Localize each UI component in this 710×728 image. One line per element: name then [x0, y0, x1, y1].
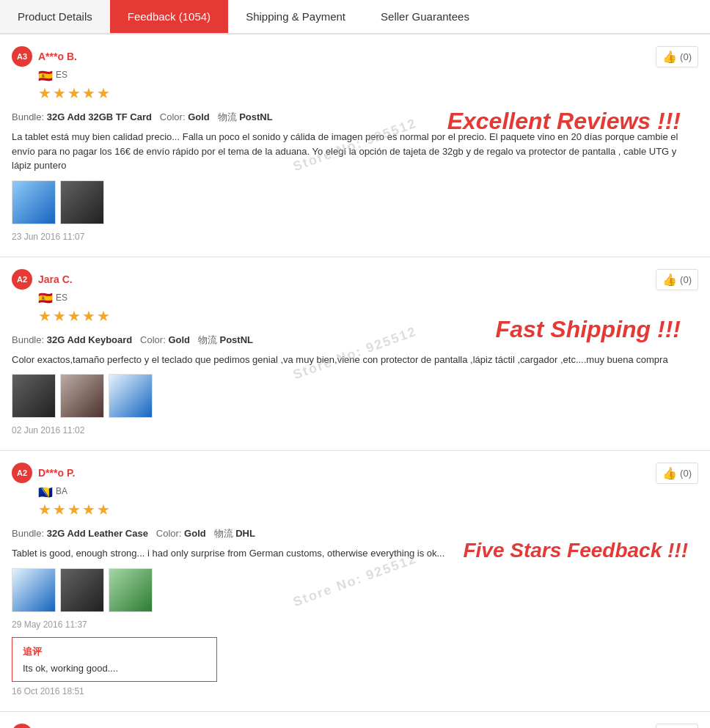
star-3: ★ — [67, 307, 81, 325]
flag-country: 🇪🇸 ES — [38, 70, 110, 80]
review-images — [12, 180, 698, 224]
star-4: ★ — [82, 307, 95, 325]
review-date: 29 May 2016 11:37 — [12, 619, 698, 630]
star-3: ★ — [67, 501, 81, 518]
flag-country: 🇧🇦 BA — [38, 486, 110, 496]
star-2: ★ — [53, 501, 66, 518]
thumbs-up-icon: 👍 — [662, 50, 677, 64]
like-button[interactable]: 👍 (0) — [656, 46, 698, 67]
star-5: ★ — [97, 501, 110, 518]
like-count: (0) — [680, 51, 692, 62]
flag-icon: 🇪🇸 — [38, 293, 53, 302]
tab-bar: Product Details Feedback (1054) Shipping… — [0, 0, 710, 34]
review-header: A2 Sophana H. 🇫🇷 FR ★ ★ ★ ★ ★ — [12, 724, 698, 729]
tab-product-details[interactable]: Product Details — [0, 0, 110, 33]
like-button[interactable]: 👍 (0) — [656, 269, 698, 290]
like-count: (0) — [680, 468, 692, 479]
review-item: Store No: 925512 A2 Jara C. 🇪🇸 ES ★ ★ ★ — [0, 257, 710, 452]
star-rating: ★ ★ ★ ★ ★ — [38, 501, 110, 518]
reviews-section: Store No: 925512 A3 A***o B. 🇪🇸 ES ★ ★ ★ — [0, 34, 710, 728]
followup-label: 追评 — [23, 645, 206, 658]
reviewer-name-row: A2 Jara C. — [12, 269, 110, 290]
thumbs-up-icon: 👍 — [662, 466, 677, 480]
review-image[interactable] — [12, 568, 56, 612]
avatar: A2 — [12, 724, 32, 729]
reviewer-name-row: A2 Sophana H. — [12, 724, 110, 729]
tab-feedback[interactable]: Feedback (1054) — [110, 0, 228, 33]
review-text: Color exactos,tamaño perfecto y el tecla… — [12, 353, 698, 367]
reviewer-info: A2 Jara C. 🇪🇸 ES ★ ★ ★ ★ ★ — [12, 269, 110, 329]
avatar: A2 — [12, 269, 32, 290]
country-code: ES — [56, 70, 67, 80]
reviewer-name: Jara C. — [38, 273, 73, 285]
review-header: A2 Jara C. 🇪🇸 ES ★ ★ ★ ★ ★ — [12, 269, 698, 329]
followup-date: 16 Oct 2016 18:51 — [12, 686, 698, 696]
star-5: ★ — [97, 307, 110, 325]
like-count: (0) — [680, 274, 692, 285]
star-1: ★ — [38, 501, 51, 518]
review-item: Store No: 925512 A2 Sophana H. 🇫🇷 FR ★ ★… — [0, 712, 710, 729]
review-date: 23 Jun 2016 11:07 — [12, 232, 698, 242]
review-images — [12, 568, 698, 612]
review-image[interactable] — [109, 374, 153, 418]
followup-text: Its ok, working good.... — [23, 663, 206, 674]
reviewer-name: A***o B. — [38, 51, 77, 62]
flag-icon: 🇪🇸 — [38, 70, 53, 80]
star-rating: ★ ★ ★ ★ ★ — [38, 307, 110, 325]
bundle-info: Bundle: 32G Add 32GB TF Card Color: Gold… — [12, 111, 698, 124]
flag-country: 🇪🇸 ES — [38, 293, 110, 303]
followup-box: 追评 Its ok, working good.... — [12, 637, 217, 682]
star-5: ★ — [97, 84, 110, 102]
reviewer-name-row: A2 D***o P. — [12, 463, 110, 483]
review-header: A3 A***o B. 🇪🇸 ES ★ ★ ★ ★ ★ — [12, 46, 698, 106]
review-image[interactable] — [60, 568, 104, 612]
like-button[interactable]: 👍 (1) — [656, 724, 698, 729]
country-code: ES — [56, 293, 67, 303]
review-text: Tablet is good, enough strong... i had o… — [12, 546, 698, 561]
star-rating: ★ ★ ★ ★ ★ — [38, 84, 110, 102]
star-1: ★ — [38, 307, 51, 325]
star-1: ★ — [38, 84, 51, 102]
review-item: Store No: 925512 A3 A***o B. 🇪🇸 ES ★ ★ ★ — [0, 34, 710, 257]
star-2: ★ — [53, 84, 66, 102]
star-2: ★ — [53, 307, 66, 325]
review-image[interactable] — [12, 374, 56, 418]
tab-seller-guarantees[interactable]: Seller Guarantees — [363, 0, 487, 33]
review-text: La tablet está muy bien calidad precio..… — [12, 130, 698, 173]
review-image[interactable] — [12, 180, 56, 224]
review-images — [12, 374, 698, 418]
star-4: ★ — [82, 84, 95, 102]
country-code: BA — [56, 486, 67, 496]
reviewer-name-row: A3 A***o B. — [12, 46, 110, 67]
reviewer-info: A2 Sophana H. 🇫🇷 FR ★ ★ ★ ★ ★ — [12, 724, 110, 729]
review-header: A2 D***o P. 🇧🇦 BA ★ ★ ★ ★ ★ — [12, 463, 698, 523]
avatar: A3 — [12, 46, 32, 67]
reviewer-info: A3 A***o B. 🇪🇸 ES ★ ★ ★ ★ ★ — [12, 46, 110, 106]
tab-shipping[interactable]: Shipping & Payment — [228, 0, 363, 33]
review-image[interactable] — [60, 180, 104, 224]
star-3: ★ — [67, 84, 81, 102]
flag-icon: 🇧🇦 — [38, 487, 53, 496]
thumbs-up-icon: 👍 — [662, 273, 677, 287]
bundle-info: Bundle: 32G Add Leather Case Color: Gold… — [12, 527, 698, 540]
review-image[interactable] — [60, 374, 104, 418]
like-button[interactable]: 👍 (0) — [656, 463, 698, 484]
avatar: A2 — [12, 463, 32, 483]
review-date: 02 Jun 2016 11:02 — [12, 425, 698, 435]
star-4: ★ — [82, 501, 95, 518]
reviewer-name: D***o P. — [38, 467, 75, 479]
review-image[interactable] — [109, 568, 153, 612]
review-item: Store No: 925512 A2 D***o P. 🇧🇦 BA ★ ★ ★ — [0, 451, 710, 712]
reviewer-info: A2 D***o P. 🇧🇦 BA ★ ★ ★ ★ ★ — [12, 463, 110, 523]
bundle-info: Bundle: 32G Add Keyboard Color: Gold 物流 … — [12, 334, 698, 347]
